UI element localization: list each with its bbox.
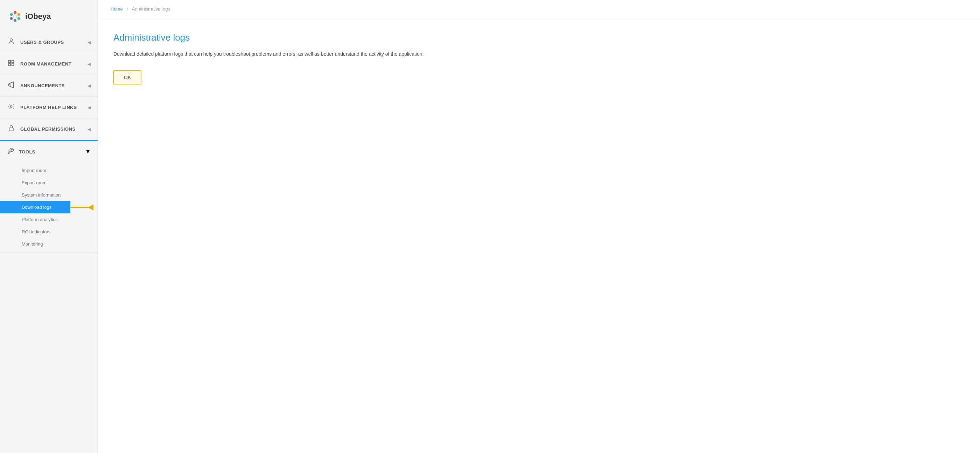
page-description: Download detailed platform logs that can… [113,50,965,58]
tools-icon [7,147,14,156]
sidebar: iObeya USERS & GROUPS ◀ [0,0,98,453]
sidebar-item-export-room[interactable]: Export room [0,177,98,189]
sidebar-item-users-groups[interactable]: USERS & GROUPS ◀ [0,32,98,53]
breadcrumb-separator: / [127,6,128,11]
sidebar-item-platform-analytics[interactable]: Platform analytics [0,213,98,226]
main-content: Home / Administrative logs Administrativ… [98,0,980,453]
sidebar-item-tools[interactable]: TOOLS ▼ [0,141,98,162]
chevron-right-icon: ◀ [88,62,91,67]
svg-rect-11 [12,64,14,66]
svg-point-1 [18,13,20,16]
svg-point-2 [18,17,20,20]
tools-subitems: Import room Export room System informati… [0,162,98,252]
iobeya-logo-icon [8,10,22,23]
sidebar-item-monitoring[interactable]: Monitoring [0,238,98,250]
lock-icon [7,125,15,134]
sidebar-item-label: PLATFORM HELP LINKS [20,105,83,110]
sidebar-item-download-logs[interactable]: Download logs [0,201,70,213]
ok-button[interactable]: OK [113,70,142,85]
sidebar-item-announcements[interactable]: ANNOUNCEMENTS ◀ [0,75,98,97]
chevron-down-icon: ▼ [85,148,91,155]
svg-point-6 [13,15,17,18]
tools-label: TOOLS [19,149,80,155]
sidebar-item-global-permissions[interactable]: GLOBAL PERMISSIONS ◀ [0,118,98,140]
sidebar-item-import-room[interactable]: Import room [0,164,98,177]
chevron-right-icon: ◀ [88,105,91,110]
download-logs-row: Download logs [0,201,98,213]
svg-point-7 [10,39,13,41]
breadcrumb: Home / Administrative logs [98,0,980,18]
megaphone-icon [7,81,15,90]
breadcrumb-home-link[interactable]: Home [111,6,123,11]
svg-point-3 [14,19,16,22]
gear-icon [7,103,15,112]
svg-rect-10 [9,64,11,66]
svg-rect-9 [12,61,14,63]
chevron-right-icon: ◀ [88,127,91,132]
svg-point-4 [10,17,13,20]
sidebar-item-label: ROOM MANAGEMENT [20,61,83,67]
svg-rect-15 [9,128,13,131]
svg-rect-8 [9,61,11,63]
sidebar-item-roi-indicators[interactable]: ROI indicators [0,226,98,238]
sidebar-item-label: ANNOUNCEMENTS [20,83,83,88]
person-icon [7,38,15,46]
arrow-annotation [70,204,98,211]
chevron-right-icon: ◀ [88,83,91,88]
svg-point-5 [10,13,13,16]
sidebar-item-label: USERS & GROUPS [20,40,83,45]
logo-area: iObeya [0,0,98,32]
svg-point-14 [11,106,12,108]
sidebar-navigation: USERS & GROUPS ◀ ROOM MANAGEMENT ◀ [0,32,98,453]
page-title: Administrative logs [113,32,965,43]
sidebar-item-room-management[interactable]: ROOM MANAGEMENT ◀ [0,53,98,75]
grid-icon [7,59,15,68]
breadcrumb-current: Administrative logs [132,6,170,11]
chevron-right-icon: ◀ [88,40,91,45]
svg-point-0 [14,11,16,14]
sidebar-item-system-information[interactable]: System information [0,189,98,201]
sidebar-item-label: GLOBAL PERMISSIONS [20,126,83,132]
logo-text: iObeya [25,12,51,21]
page-body: Administrative logs Download detailed pl… [98,18,980,453]
tools-section: TOOLS ▼ Import room Export room System i… [0,141,98,253]
sidebar-item-platform-help-links[interactable]: PLATFORM HELP LINKS ◀ [0,97,98,118]
